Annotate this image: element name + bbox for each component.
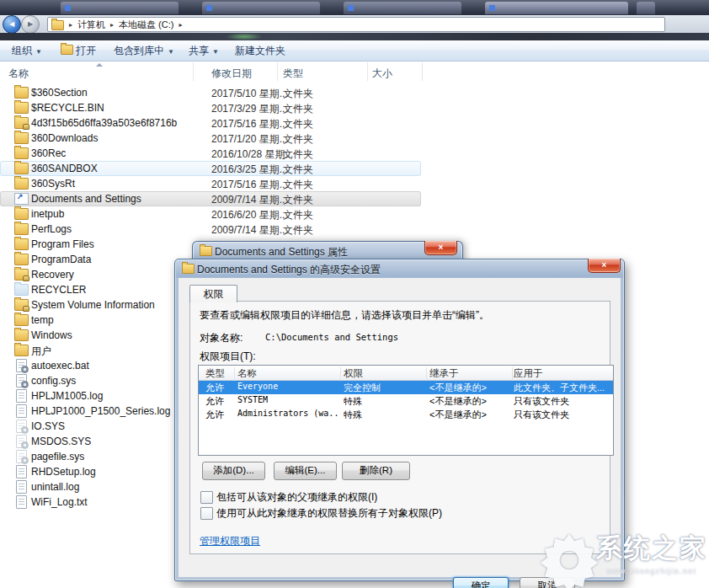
file-name: 用户 (31, 345, 51, 359)
tab-permissions[interactable]: 权限 (189, 285, 237, 302)
permission-row[interactable]: 允许 Administrators (wa... 特殊 <不是继承的> 只有该文… (199, 408, 613, 421)
perm-name: SYSTEM (237, 395, 340, 404)
perm-inherited-from: <不是继承的> (429, 382, 510, 394)
file-date: 2017/5/10 星期... (211, 87, 288, 101)
file-type: 文件夹 (283, 163, 313, 177)
instruction-text: 要查看或编辑权限项目的详细信息，请选择该项目并单击“编辑”。 (200, 308, 489, 323)
file-icon (16, 465, 27, 478)
file-icon (16, 404, 27, 418)
file-type: 文件夹 (283, 87, 313, 101)
browser-tab[interactable] (61, 2, 179, 14)
file-name: Recovery (31, 269, 74, 281)
file-name: inetpub (31, 208, 64, 220)
file-icon (16, 480, 27, 494)
file-row[interactable]: $RECYCLE.BIN 2017/3/29 星期... 文件夹 (0, 100, 421, 115)
browser-tab[interactable] (344, 2, 461, 14)
tab-favicon (348, 5, 354, 11)
file-row[interactable]: 360SysRt 2017/5/16 星期... 文件夹 (0, 176, 421, 191)
header-separator[interactable] (340, 367, 341, 382)
glow-highlight (226, 33, 263, 40)
file-name: config.sys (31, 375, 76, 387)
file-icon (14, 132, 29, 144)
perm-apply-to: 只有该文件夹 (514, 395, 611, 408)
header-separator[interactable] (234, 367, 235, 382)
file-row[interactable]: Documents and Settings 2009/7/14 星期... 文… (0, 191, 421, 206)
browser-tab[interactable] (202, 2, 320, 14)
breadcrumb-drive[interactable]: 本地磁盘 (C:) (119, 19, 173, 31)
new-tab-button[interactable] (637, 2, 655, 14)
watermark-text: 系统之家 (596, 531, 707, 566)
file-type: 文件夹 (283, 223, 313, 238)
file-date: 2009/7/14 星期... (211, 223, 288, 238)
permission-row[interactable]: 允许 SYSTEM 特殊 <不是继承的> 只有该文件夹 (199, 394, 613, 408)
organize-menu[interactable]: 组织▼ (12, 44, 42, 58)
file-name: WiFi_Log.txt (31, 496, 88, 508)
new-folder-button[interactable]: 新建文件夹 (235, 44, 285, 58)
permission-row[interactable]: 允许 Everyone 完全控制 <不是继承的> 此文件夹、子文件夹... (199, 381, 613, 394)
file-icon (16, 495, 27, 509)
inherit-permissions-checkbox[interactable] (200, 491, 213, 504)
object-name-value: C:\Documents and Settings (265, 332, 398, 342)
header-type[interactable]: 类型 (205, 367, 234, 380)
file-icon (14, 163, 29, 174)
column-header-size[interactable]: 大小 (372, 67, 392, 81)
breadcrumb-arrow-icon: ▸ (69, 21, 72, 29)
header-apply[interactable]: 应用于 (514, 367, 611, 380)
file-row[interactable]: 360Downloads 2017/1/20 星期... 文件夹 (0, 131, 421, 146)
watermark: 系统之家 www.xitongzhijia.net (539, 531, 707, 588)
breadcrumb-computer[interactable]: 计算机 (77, 19, 105, 31)
manage-permission-entries-link[interactable]: 管理权限项目 (200, 534, 260, 548)
header-name[interactable]: 名称 (237, 367, 340, 380)
header-separator[interactable] (512, 367, 513, 382)
close-button[interactable]: × (424, 241, 457, 255)
address-breadcrumb[interactable]: ▸ 计算机 ▸ 本地磁盘 (C:) ▸ (47, 17, 665, 32)
object-name-label: 对象名称: (200, 331, 243, 345)
header-perm[interactable]: 权限 (344, 367, 426, 380)
column-header-name[interactable]: 名称 (8, 67, 29, 81)
perm-permission: 特殊 (344, 395, 426, 408)
file-row[interactable]: 360Rec 2016/10/28 星期... 文件夹 (0, 146, 421, 161)
permissions-panel: 要查看或编辑权限项目的详细信息，请选择该项目并单击“编辑”。 对象名称: C:\… (189, 301, 610, 554)
file-name: Program Files (31, 238, 94, 250)
column-separator[interactable] (422, 62, 423, 81)
share-menu[interactable]: 共享▼ (189, 44, 219, 58)
chevron-down-icon: ▼ (212, 48, 219, 56)
file-type: 文件夹 (283, 102, 313, 116)
permissions-table-header: 类型 名称 权限 继承于 应用于 (199, 366, 613, 381)
include-in-library-menu[interactable]: 包含到库中▼ (114, 44, 174, 58)
column-separator[interactable] (193, 62, 194, 81)
delete-button[interactable]: 删除(R) (342, 462, 410, 480)
file-icon (14, 193, 29, 205)
file-icon (14, 269, 29, 281)
file-row[interactable]: 4d3f15b65d6ffa39a503e6f8716b 2017/5/16 星… (0, 115, 421, 131)
file-icon (14, 299, 29, 311)
header-inherit[interactable]: 继承于 (429, 367, 510, 380)
file-row[interactable]: 360SANDBOX 2016/3/25 星期... 文件夹 (0, 161, 421, 176)
browser-tab-active[interactable] (485, 2, 628, 14)
column-header-date[interactable]: 修改日期 (211, 67, 252, 81)
file-row[interactable]: $360Section 2017/5/10 星期... 文件夹 (0, 85, 421, 100)
file-icon (14, 117, 29, 129)
replace-child-permissions-checkbox[interactable] (200, 507, 213, 520)
file-row[interactable]: inetpub 2016/6/20 星期... 文件夹 (0, 206, 421, 222)
close-button[interactable]: × (588, 259, 621, 273)
column-separator[interactable] (367, 62, 368, 81)
edit-button[interactable]: 编辑(E)... (274, 462, 337, 480)
file-name: 360SysRt (31, 178, 75, 190)
tab-favicon (489, 5, 495, 11)
perm-type: 允许 (205, 382, 234, 394)
open-button[interactable]: 打开 (61, 44, 96, 58)
back-button[interactable]: ◀ (3, 15, 21, 34)
header-separator[interactable] (426, 367, 427, 382)
perm-type: 允许 (205, 409, 234, 421)
file-date: 2017/5/16 星期... (211, 117, 288, 131)
column-header-type[interactable]: 类型 (283, 67, 303, 81)
file-type: 文件夹 (283, 147, 313, 162)
column-separator[interactable] (277, 62, 278, 81)
file-name: $RECYCLE.BIN (31, 102, 104, 114)
forward-button[interactable]: ▶ (21, 15, 40, 34)
file-name: HPLJM1005.log (31, 390, 103, 402)
file-row[interactable]: PerfLogs 2009/7/14 星期... 文件夹 (0, 222, 421, 237)
add-button[interactable]: 添加(D)... (202, 462, 265, 480)
ok-button[interactable]: 确定 (453, 577, 509, 588)
